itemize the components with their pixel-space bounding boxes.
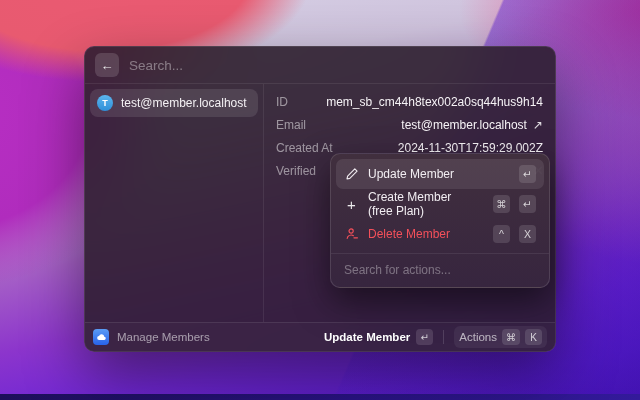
back-arrow-icon: ← [101, 58, 114, 73]
search-input[interactable] [129, 58, 545, 73]
detail-value-id: mem_sb_cm44h8tex002a0sq44hus9h14 [326, 95, 543, 109]
screen: ← T test@member.localhost ID mem_sb_cm44… [0, 0, 640, 400]
command-key: ⌘ [502, 329, 520, 345]
user-minus-icon [344, 227, 359, 241]
detail-label: Created At [276, 141, 333, 155]
pencil-icon [344, 167, 359, 181]
header: ← [85, 47, 555, 84]
menu-item-label: Delete Member [368, 227, 450, 241]
footer-actions: Update Member ↵ Actions ⌘ K [324, 326, 547, 348]
menu-item-delete-member[interactable]: Delete Member ^ X [336, 219, 544, 249]
member-list: T test@member.localhost [85, 84, 264, 322]
footer-divider [443, 330, 444, 344]
control-key: ^ [493, 225, 510, 243]
actions-search-container [331, 253, 549, 287]
return-key: ↵ [519, 195, 536, 213]
command-palette-window: ← T test@member.localhost ID mem_sb_cm44… [84, 46, 556, 352]
avatar-letter: T [102, 98, 108, 108]
app-logo-icon [93, 329, 109, 345]
return-key: ↵ [416, 329, 433, 345]
member-email-label: test@member.localhost [121, 96, 247, 110]
menu-item-label: Create Member (free Plan) [368, 190, 475, 218]
actions-menu: Update Member ↵ + Create Member (free Pl… [330, 153, 550, 288]
menu-item-label: Update Member [368, 167, 454, 181]
detail-label: Verified [276, 164, 316, 178]
k-key: K [525, 329, 542, 345]
return-key: ↵ [519, 165, 536, 183]
detail-value-email[interactable]: test@member.localhost ↗ [401, 118, 543, 132]
wallpaper-bottom-strip [0, 394, 640, 400]
footer: Manage Members Update Member ↵ Actions ⌘… [85, 322, 555, 351]
detail-label: ID [276, 95, 288, 109]
primary-action-button[interactable]: Update Member [324, 331, 410, 343]
detail-row-email: Email test@member.localhost ↗ [264, 113, 555, 136]
detail-row-id: ID mem_sb_cm44h8tex002a0sq44hus9h14 [264, 90, 555, 113]
menu-item-update-member[interactable]: Update Member ↵ [336, 159, 544, 189]
command-key: ⌘ [493, 195, 510, 213]
detail-label: Email [276, 118, 306, 132]
menu-item-create-member[interactable]: + Create Member (free Plan) ⌘ ↵ [336, 189, 544, 219]
actions-button-label: Actions [459, 331, 497, 343]
external-link-icon: ↗ [533, 118, 543, 132]
list-item-member[interactable]: T test@member.localhost [90, 89, 258, 117]
actions-button[interactable]: Actions ⌘ K [454, 326, 547, 348]
avatar: T [97, 95, 113, 111]
body: T test@member.localhost ID mem_sb_cm44h8… [85, 84, 555, 322]
plus-icon: + [344, 197, 359, 212]
actions-search-input[interactable] [339, 260, 541, 280]
footer-app-label: Manage Members [117, 331, 210, 343]
x-key: X [519, 225, 536, 243]
back-button[interactable]: ← [95, 53, 119, 77]
email-value: test@member.localhost [401, 118, 527, 132]
